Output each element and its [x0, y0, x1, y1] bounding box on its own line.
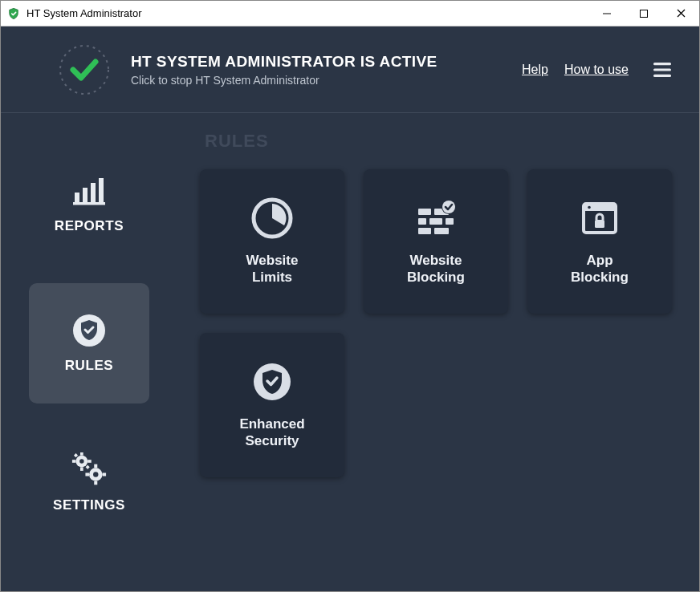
- shield-check-icon: [251, 361, 293, 403]
- svg-rect-15: [80, 452, 83, 456]
- svg-rect-9: [83, 188, 88, 202]
- close-button[interactable]: [662, 1, 699, 26]
- menu-icon[interactable]: [651, 61, 674, 79]
- svg-rect-16: [80, 467, 83, 471]
- card-app-blocking[interactable]: App Blocking: [527, 169, 672, 314]
- card-enhanced-security[interactable]: Enhanced Security: [200, 333, 344, 477]
- page-heading: RULES: [205, 131, 677, 152]
- bar-chart-icon: [71, 173, 107, 209]
- sidebar-item-label: SETTINGS: [53, 497, 125, 513]
- window-title: HT System Administrator: [26, 7, 142, 19]
- sidebar-item-settings[interactable]: SETTINGS: [29, 423, 149, 543]
- content-area: REPORTS RULES: [1, 113, 699, 591]
- svg-rect-20: [86, 465, 90, 469]
- firewall-icon: [415, 197, 457, 239]
- maximize-button[interactable]: [625, 1, 662, 26]
- status-title: HT SYSTEM ADMINISTRATOR IS ACTIVE: [131, 53, 438, 71]
- titlebar: HT System Administrator: [1, 1, 699, 26]
- svg-rect-25: [85, 472, 89, 476]
- card-title: Website Blocking: [407, 252, 465, 286]
- svg-rect-8: [75, 193, 79, 202]
- svg-rect-5: [653, 63, 671, 65]
- svg-point-4: [60, 46, 108, 94]
- svg-rect-12: [73, 202, 105, 205]
- svg-rect-18: [88, 460, 92, 463]
- svg-rect-6: [653, 68, 671, 71]
- sidebar-item-label: REPORTS: [55, 218, 124, 234]
- window-lock-icon: [579, 197, 621, 239]
- card-website-blocking[interactable]: Website Blocking: [364, 169, 508, 314]
- app-shield-icon: [7, 7, 20, 20]
- svg-rect-7: [653, 74, 671, 76]
- sidebar-item-reports[interactable]: REPORTS: [29, 144, 149, 264]
- svg-rect-31: [418, 218, 426, 225]
- app-body: HT SYSTEM ADMINISTRATOR IS ACTIVE Click …: [1, 26, 699, 591]
- minimize-button[interactable]: [588, 1, 625, 26]
- svg-rect-23: [94, 464, 97, 468]
- svg-point-21: [79, 459, 84, 464]
- svg-rect-26: [103, 472, 107, 476]
- svg-rect-29: [418, 209, 431, 215]
- svg-rect-19: [74, 453, 78, 457]
- svg-rect-10: [91, 183, 96, 202]
- svg-point-27: [93, 472, 98, 476]
- card-website-limits[interactable]: Website Limits: [200, 169, 344, 314]
- how-to-use-link[interactable]: How to use: [564, 63, 629, 77]
- status-text[interactable]: HT SYSTEM ADMINISTRATOR IS ACTIVE Click …: [131, 53, 438, 87]
- app-window: HT System Administrator HT SYSTEM ADMINI…: [0, 0, 700, 592]
- svg-rect-33: [446, 218, 454, 225]
- clock-limit-icon: [251, 197, 293, 239]
- card-title: Website Limits: [246, 252, 299, 286]
- svg-rect-35: [434, 228, 449, 234]
- shield-check-icon: [71, 313, 107, 348]
- status-check-icon[interactable]: [57, 43, 112, 97]
- svg-rect-17: [72, 460, 76, 463]
- svg-rect-41: [595, 220, 604, 228]
- svg-rect-24: [94, 481, 97, 485]
- card-title: App Blocking: [571, 252, 629, 286]
- sidebar-item-rules[interactable]: RULES: [29, 283, 149, 403]
- card-grid: Website Limits: [200, 169, 677, 477]
- svg-rect-32: [429, 218, 442, 225]
- main-panel: RULES Website Limits: [177, 113, 699, 591]
- header-bar: HT SYSTEM ADMINISTRATOR IS ACTIVE Click …: [1, 26, 699, 113]
- svg-point-40: [588, 205, 591, 209]
- status-subtitle: Click to stop HT System Administrator: [131, 74, 438, 87]
- help-link[interactable]: Help: [522, 63, 548, 77]
- svg-rect-1: [641, 10, 648, 17]
- svg-rect-11: [99, 178, 104, 202]
- svg-rect-34: [418, 228, 431, 234]
- sidebar: REPORTS RULES: [1, 113, 177, 591]
- sidebar-item-label: RULES: [65, 358, 114, 374]
- gears-icon: [71, 452, 107, 488]
- card-title: Enhanced Security: [239, 416, 304, 450]
